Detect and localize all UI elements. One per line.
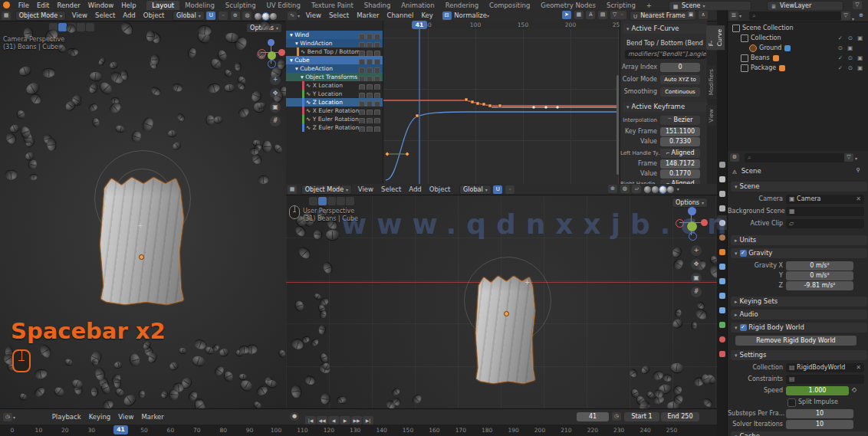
menu-view[interactable]: View xyxy=(354,184,377,195)
menu-window[interactable]: Window xyxy=(84,0,118,11)
copy-icon[interactable]: ∧ xyxy=(699,11,708,19)
orientation-dropdown[interactable]: Global▾ xyxy=(459,185,492,195)
shading-solid-icon[interactable] xyxy=(262,13,269,20)
scale-tool-icon[interactable] xyxy=(337,197,345,205)
material-properties-tab[interactable] xyxy=(717,332,727,346)
rbw-checkbox[interactable]: ✓ xyxy=(740,324,747,331)
clear-icon[interactable]: ✕ xyxy=(856,363,861,372)
keying-sets-panel-header[interactable]: ▸Keying Sets xyxy=(731,297,867,307)
smoothing-dropdown[interactable]: Continuous Accel... xyxy=(660,87,700,97)
settings-panel-header[interactable]: ▾Settings xyxy=(731,350,867,360)
channel-object-transforms[interactable]: ▾ Object Transforms xyxy=(286,73,383,81)
menu-file[interactable]: File xyxy=(15,0,33,11)
start-frame-field[interactable]: Start 1 xyxy=(624,412,659,421)
editor-type-icon[interactable]: ⚙ xyxy=(730,153,739,162)
left-frame-field[interactable]: 148.7172 xyxy=(660,159,700,169)
channel-list[interactable]: ▾ Wind▾ WindAction∿ Bend Top / Bottom▾ C… xyxy=(286,21,383,184)
channel-bend-top-bottom[interactable]: ∿ Bend Top / Bottom xyxy=(286,48,383,56)
channel-x-location[interactable]: ∿ X Location xyxy=(286,81,383,90)
snap-magnet-icon[interactable]: U xyxy=(206,11,215,20)
filter-icon[interactable]: ▽ xyxy=(841,11,850,20)
left-value-field[interactable]: 0.1770 xyxy=(660,169,700,179)
gravity-x-field[interactable]: 0 m/s² xyxy=(786,261,853,270)
normalize-label[interactable]: Normalize xyxy=(454,11,487,19)
play-reverse-button[interactable]: ◀ xyxy=(328,416,339,425)
array-index-field[interactable]: 0 xyxy=(660,63,700,72)
lock-icon[interactable] xyxy=(374,34,380,39)
menu-view[interactable]: View xyxy=(114,411,137,422)
camera-field[interactable]: ▣ Camera✕ xyxy=(786,195,864,204)
normalize-icon[interactable]: ⊟ xyxy=(442,11,452,20)
lock-icon[interactable] xyxy=(374,51,380,56)
workspace-tab-modeling[interactable]: Modeling xyxy=(179,1,220,10)
ortho-toggle-icon[interactable]: # xyxy=(270,116,281,126)
proportional-edit-icon[interactable]: ◦ xyxy=(617,11,626,19)
jump-start-button[interactable]: |◀ xyxy=(305,416,316,425)
pan-hand-icon[interactable]: ✥ xyxy=(691,259,702,270)
ghost-curves-icon[interactable]: ▤ xyxy=(598,11,607,19)
viewport-camera[interactable]: ▦ Object Mode▾ ViewSelectAddObject Globa… xyxy=(0,10,287,408)
snapshot-icon[interactable] xyxy=(367,34,373,39)
pin-icon[interactable] xyxy=(359,67,365,73)
menu-select[interactable]: Select xyxy=(377,184,405,195)
transform-tool-icon[interactable] xyxy=(86,23,94,31)
pin-icon[interactable] xyxy=(359,84,365,90)
render-properties-tab[interactable] xyxy=(717,172,727,186)
sidebar-tab-modifiers[interactable]: Modifiers xyxy=(706,65,716,99)
eye-toggle-icon[interactable]: ⊙ xyxy=(848,53,853,63)
outliner-row-package[interactable]: Package✓⊙▣ xyxy=(728,63,868,73)
timeline-playhead[interactable]: 41 xyxy=(113,425,128,434)
pin-icon[interactable] xyxy=(359,126,365,132)
snapshot-icon[interactable] xyxy=(367,42,373,48)
shading-rendered-icon[interactable] xyxy=(667,186,674,193)
gizmo-toggle-icon[interactable]: ⊕ xyxy=(231,11,240,20)
lock-icon[interactable] xyxy=(374,126,380,132)
overlays-toggle-icon[interactable]: ◍ xyxy=(242,11,252,20)
workspace-tab-uv-editing[interactable]: UV Editing xyxy=(261,1,306,10)
key-value-field[interactable]: 0.7330 xyxy=(660,137,700,146)
workspace-tab-rendering[interactable]: Rendering xyxy=(440,1,484,10)
check-toggle-icon[interactable]: ✓ xyxy=(838,33,843,43)
channel-x-euler-rotation[interactable]: ∿ X Euler Rotation xyxy=(286,107,383,115)
menu-help[interactable]: Help xyxy=(117,0,140,11)
camera-toggle-icon[interactable]: ▣ xyxy=(857,63,863,73)
menu-marker[interactable]: Marker xyxy=(137,411,167,422)
menu-select[interactable]: Select xyxy=(325,10,353,21)
object-properties-tab[interactable] xyxy=(717,244,727,259)
speed-slider[interactable]: 1.000 xyxy=(786,386,849,395)
channel-z-location[interactable]: ∿ Z Location xyxy=(286,98,383,107)
workspace-tab-+[interactable]: + xyxy=(641,1,657,10)
shading-solid-icon[interactable] xyxy=(659,186,666,193)
snap-dropdown[interactable]: UNearest Frame▾ xyxy=(630,11,689,21)
editor-type-icon[interactable]: ◷ xyxy=(3,413,12,421)
shading-wireframe-icon[interactable] xyxy=(644,186,651,193)
editor-type-icon[interactable]: ▦ xyxy=(2,11,11,20)
active-keyframe-panel-header[interactable]: ▾Active Keyframe xyxy=(623,102,708,112)
outliner-row-collection[interactable]: Collection✓⊙▣ xyxy=(728,33,868,43)
lock-icon[interactable] xyxy=(374,84,380,90)
channel-z-euler-rotation[interactable]: ∿ Z Euler Rotation xyxy=(286,123,383,132)
zoom-icon[interactable]: + xyxy=(270,74,281,85)
outliner-search-input[interactable]: ⌕ xyxy=(749,11,841,21)
tweak-cursor-icon[interactable]: ➤ xyxy=(562,11,571,19)
outliner-row-beans[interactable]: Beans✓⊙▣ xyxy=(728,53,868,63)
snap-magnet-icon[interactable]: U xyxy=(493,185,502,194)
lock-icon[interactable] xyxy=(374,67,380,73)
pin-icon[interactable] xyxy=(359,76,365,81)
gravity-z-field[interactable]: -9.81 m/s² xyxy=(786,281,853,290)
sidebar-tab-view[interactable]: View xyxy=(706,105,716,126)
editor-type-icon[interactable]: ▦ xyxy=(288,185,297,194)
menu-object[interactable]: Object xyxy=(426,184,455,195)
units-panel-header[interactable]: ▸Units xyxy=(731,235,867,245)
pan-hand-icon[interactable]: ✥ xyxy=(270,88,281,99)
lock-icon[interactable] xyxy=(374,110,380,115)
clear-icon[interactable]: ✕ xyxy=(856,195,861,204)
timeline-ruler[interactable]: 0102030405060708090100110120130140150160… xyxy=(0,425,717,436)
lock-icon[interactable] xyxy=(374,118,380,123)
workspace-tab-layout[interactable]: Layout xyxy=(146,1,179,10)
menu-marker[interactable]: Marker xyxy=(353,10,383,21)
gravity-panel-header[interactable]: ▾✓ Gravity xyxy=(731,248,867,258)
camera-toggle-icon[interactable]: ▣ xyxy=(857,53,863,63)
pin-icon[interactable] xyxy=(359,118,365,123)
mode-dropdown[interactable]: Object Mode▾ xyxy=(15,11,66,21)
